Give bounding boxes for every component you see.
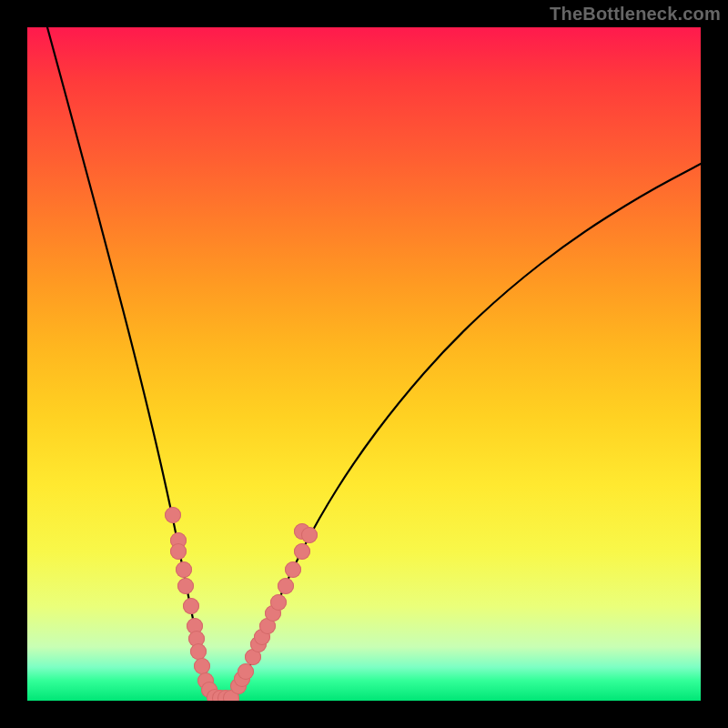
data-point-left <box>183 598 199 614</box>
watermark-text: TheBottleneck.com <box>550 4 721 25</box>
data-point-right <box>285 561 301 578</box>
data-point-left <box>176 561 192 578</box>
plot-area <box>27 27 701 701</box>
data-point-left <box>190 643 207 660</box>
data-point-right <box>301 527 318 543</box>
data-point-left <box>177 578 194 594</box>
data-point-right <box>270 594 287 611</box>
curve-right-branch <box>220 164 701 699</box>
bottleneck-curve <box>27 27 701 701</box>
data-point-left <box>194 658 210 674</box>
chart-frame: TheBottleneck.com <box>0 0 728 728</box>
data-point-left <box>170 543 187 560</box>
data-point-right <box>294 543 310 560</box>
data-point-right <box>278 578 294 594</box>
data-point-left <box>165 507 181 523</box>
data-point-right <box>238 663 254 680</box>
